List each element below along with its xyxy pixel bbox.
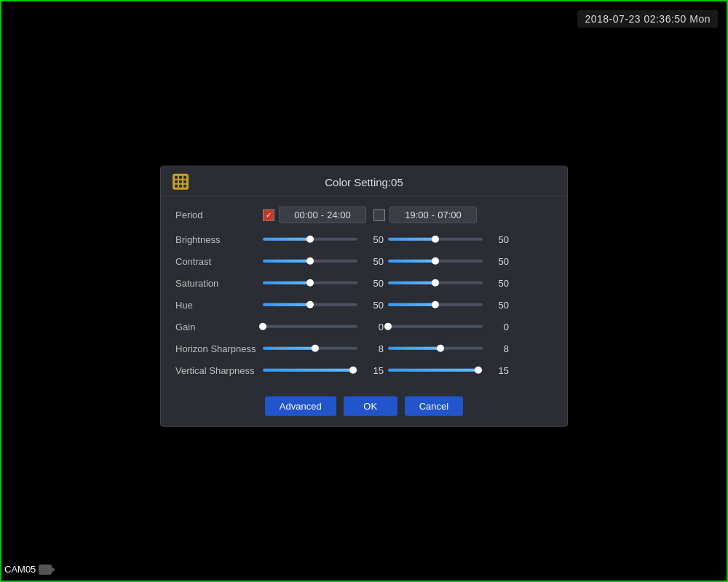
slider-label-5: Horizon Sharpness (175, 343, 263, 354)
slider-value1-6: 15 (363, 364, 384, 375)
slider-track1-0[interactable] (263, 238, 357, 241)
ok-button[interactable]: OK (344, 396, 397, 416)
slider-value2-4: 0 (488, 321, 509, 332)
slider-label-1: Contrast (175, 255, 263, 266)
slider-value1-0: 50 (363, 234, 384, 244)
cancel-button[interactable]: Cancel (405, 396, 463, 416)
dialog-header: Color Setting:05 (161, 167, 567, 196)
slider-row-saturation: Saturation5050 (175, 274, 553, 292)
slider-thumb2-1[interactable] (432, 258, 439, 265)
color-setting-dialog: Color Setting:05 Period 00:00 - 24:00 19… (160, 166, 568, 427)
slider-track2-3[interactable] (388, 303, 483, 306)
slider-thumb2-3[interactable] (432, 301, 439, 308)
period2-time-range[interactable]: 19:00 - 07:00 (389, 207, 477, 223)
slider-track2-1[interactable] (388, 260, 483, 263)
slider-row-contrast: Contrast5050 (175, 252, 553, 270)
slider-value2-5: 8 (488, 343, 509, 354)
slider-thumb1-5[interactable] (312, 345, 319, 352)
period1-sep: - (321, 210, 324, 220)
slider-label-2: Saturation (175, 277, 263, 288)
period1-group: 00:00 - 24:00 (263, 207, 366, 223)
period-label: Period (175, 210, 263, 220)
slider-label-6: Vertical Sharpness (175, 364, 263, 375)
slider-thumb2-4[interactable] (384, 323, 392, 330)
slider-label-4: Gain (175, 321, 263, 332)
slider-value1-2: 50 (363, 277, 384, 288)
camera-label-text: CAM05 (4, 564, 36, 575)
period1-checkbox[interactable] (263, 209, 274, 220)
slider-row-gain: Gain00 (175, 318, 553, 335)
slider-thumb1-1[interactable] (306, 258, 314, 265)
slider-track2-4[interactable] (388, 325, 483, 328)
slider-track1-4[interactable] (263, 325, 357, 328)
slider-value1-5: 8 (363, 343, 384, 354)
slider-value1-3: 50 (363, 299, 384, 310)
slider-thumb2-2[interactable] (432, 279, 439, 287)
camera-label: CAM05 (4, 564, 52, 575)
slider-row-hue: Hue5050 (175, 296, 553, 314)
slider-value2-6: 15 (488, 364, 509, 375)
slider-label-3: Hue (175, 299, 263, 310)
period2-start: 19:00 (405, 210, 429, 220)
camera-icon (39, 565, 52, 575)
slider-track2-6[interactable] (388, 369, 483, 372)
period2-checkbox[interactable] (373, 209, 385, 220)
slider-track2-5[interactable] (388, 347, 483, 350)
slider-value1-1: 50 (363, 255, 384, 266)
slider-track2-2[interactable] (388, 282, 483, 284)
slider-thumb2-5[interactable] (437, 345, 444, 352)
advanced-button[interactable]: Advanced (265, 396, 336, 416)
slider-label-0: Brightness (175, 234, 263, 244)
period1-start: 00:00 (294, 210, 318, 220)
slider-track1-6[interactable] (263, 369, 357, 372)
slider-value2-2: 50 (488, 277, 509, 288)
slider-value2-0: 50 (488, 234, 509, 244)
period1-end: 24:00 (327, 210, 351, 220)
slider-thumb2-6[interactable] (475, 367, 482, 374)
slider-thumb1-6[interactable] (349, 367, 357, 374)
slider-thumb1-2[interactable] (306, 279, 314, 287)
slider-track2-0[interactable] (388, 238, 483, 241)
dialog-title: Color Setting:05 (173, 175, 555, 188)
slider-thumb1-0[interactable] (306, 236, 314, 243)
slider-rows: Brightness5050Contrast5050Saturation5050… (175, 231, 553, 379)
slider-row-vertical-sharpness: Vertical Sharpness1515 (175, 362, 553, 379)
period2-sep: - (432, 210, 435, 220)
dialog-body: Period 00:00 - 24:00 19:00 - 07:00 (161, 196, 567, 389)
period-row: Period 00:00 - 24:00 19:00 - 07:00 (175, 207, 553, 223)
slider-thumb1-4[interactable] (259, 323, 266, 330)
slider-track1-2[interactable] (263, 282, 357, 284)
period1-time-range[interactable]: 00:00 - 24:00 (279, 207, 366, 223)
period2-end: 07:00 (438, 210, 462, 220)
slider-value2-1: 50 (488, 255, 509, 266)
slider-row-brightness: Brightness5050 (175, 231, 553, 248)
slider-thumb1-3[interactable] (306, 301, 314, 308)
timestamp: 2018-07-23 02:36:50 Mon (577, 10, 718, 28)
dialog-buttons: Advanced OK Cancel (161, 389, 567, 426)
period2-group: 19:00 - 07:00 (373, 207, 477, 223)
slider-row-horizon-sharpness: Horizon Sharpness88 (175, 340, 553, 357)
slider-value1-4: 0 (363, 321, 384, 332)
slider-thumb2-0[interactable] (432, 236, 439, 243)
slider-value2-3: 50 (488, 299, 509, 310)
slider-track1-1[interactable] (263, 260, 357, 263)
slider-track1-5[interactable] (263, 347, 357, 350)
slider-track1-3[interactable] (263, 303, 357, 306)
